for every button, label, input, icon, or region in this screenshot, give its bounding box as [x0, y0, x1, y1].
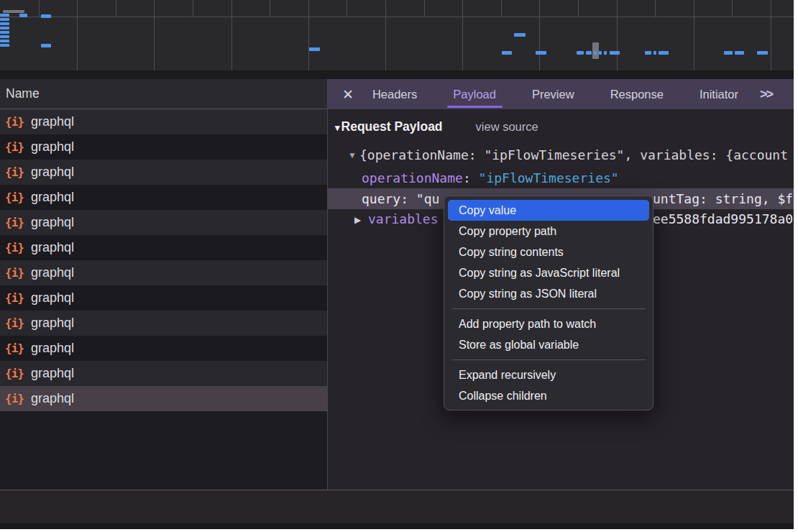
- menu-item-expand-recursively[interactable]: Expand recursively: [448, 364, 649, 385]
- overview-gridline: [116, 0, 116, 17]
- overview-request-bar: [514, 33, 526, 37]
- overview-gridline: [732, 0, 733, 17]
- overview-gridline: [578, 0, 579, 17]
- request-payload-section-header[interactable]: ▾Request Payloadview source: [335, 119, 538, 134]
- overview-label-bar: [3, 10, 24, 13]
- property-value: "ipFlowTimeseries": [479, 170, 619, 185]
- overview-request-bar: [577, 51, 584, 55]
- overview-request-bar: [41, 44, 51, 47]
- request-row[interactable]: {i}graphql: [0, 185, 327, 210]
- payload-row-operationName[interactable]: operationName: "ipFlowTimeseries": [362, 168, 619, 188]
- tab-response[interactable]: Response: [610, 79, 664, 109]
- footer-area: [0, 490, 794, 523]
- overview-gridline: [231, 0, 232, 70]
- overview-ruler-line: [0, 17, 794, 17]
- request-row[interactable]: {i}graphql: [0, 160, 327, 185]
- menu-item-store-as-global-variable[interactable]: Store as global variable: [448, 334, 649, 355]
- request-row[interactable]: {i}graphql: [0, 285, 327, 311]
- property-key: operationName: [362, 170, 463, 185]
- tab-list: HeadersPayloadPreviewResponseInitiator: [372, 79, 738, 109]
- menu-item-copy-value[interactable]: Copy value: [448, 200, 649, 221]
- collapse-triangle-icon[interactable]: ▾: [335, 122, 340, 133]
- overview-request-bar: [309, 47, 320, 51]
- overflow-tabs-icon[interactable]: >>: [760, 87, 772, 102]
- overview-gridline: [193, 0, 193, 17]
- name-column-header[interactable]: Name: [0, 79, 327, 109]
- expand-triangle-icon[interactable]: ▶: [354, 210, 361, 230]
- overview-request-bar: [0, 40, 9, 42]
- overview-request-bar: [502, 51, 512, 55]
- tab-headers[interactable]: Headers: [372, 79, 417, 109]
- request-name: graphql: [31, 139, 74, 155]
- request-row[interactable]: {i}graphql: [0, 311, 327, 336]
- menu-item-copy-string-as-json-literal[interactable]: Copy string as JSON literal: [448, 283, 649, 304]
- overview-gridline: [77, 0, 78, 70]
- expand-triangle-icon[interactable]: ▼: [348, 150, 357, 160]
- json-braces-icon: {i}: [5, 367, 24, 380]
- request-name: graphql: [31, 391, 74, 406]
- request-list-panel: Name {i}graphql{i}graphql{i}graphql{i}gr…: [0, 79, 327, 490]
- request-row[interactable]: {i}graphql: [0, 386, 327, 411]
- overview-request-bar: [724, 51, 733, 55]
- json-braces-icon: {i}: [5, 266, 24, 280]
- request-name: graphql: [31, 290, 74, 306]
- menu-separator: [451, 359, 646, 360]
- request-name: graphql: [31, 190, 74, 205]
- request-row[interactable]: {i}graphql: [0, 336, 327, 361]
- menu-separator: [451, 308, 646, 309]
- json-braces-icon: {i}: [5, 241, 24, 254]
- menu-item-copy-string-contents[interactable]: Copy string contents: [448, 242, 649, 262]
- overview-gridline: [771, 0, 771, 70]
- overview-request-bar: [536, 51, 546, 55]
- overview-request-bar: [0, 18, 9, 21]
- request-row[interactable]: {i}graphql: [0, 361, 327, 386]
- tab-initiator[interactable]: Initiator: [700, 79, 738, 109]
- tab-preview[interactable]: Preview: [532, 79, 574, 109]
- request-row[interactable]: {i}graphql: [0, 260, 327, 285]
- overview-request-bar: [0, 31, 9, 34]
- menu-item-copy-property-path[interactable]: Copy property path: [448, 221, 649, 242]
- request-name: graphql: [31, 165, 74, 180]
- request-rows: {i}graphql{i}graphql{i}graphql{i}graphql…: [0, 109, 327, 411]
- overview-gridline: [501, 0, 502, 17]
- request-name: graphql: [31, 265, 74, 280]
- request-row[interactable]: {i}graphql: [0, 235, 327, 260]
- overview-gridline: [308, 0, 309, 70]
- overview-request-bar: [757, 51, 768, 55]
- property-key: variables: [368, 209, 439, 229]
- overview-request-bar: [604, 51, 607, 55]
- overview-gridline: [385, 0, 386, 70]
- json-braces-icon: {i}: [5, 392, 24, 405]
- overview-request-bar: [599, 51, 602, 55]
- key-separator: :: [463, 170, 479, 185]
- overview-gridline: [617, 0, 618, 70]
- request-row[interactable]: {i}graphql: [0, 210, 327, 235]
- overview-request-bar: [610, 51, 620, 55]
- overview-gridline: [39, 0, 40, 17]
- menu-item-copy-string-as-javascript-literal[interactable]: Copy string as JavaScript literal: [448, 262, 649, 283]
- overview-request-bar: [653, 51, 656, 55]
- request-name: graphql: [31, 341, 74, 356]
- overview-request-bar: [735, 51, 744, 55]
- overview-gridline: [154, 0, 155, 70]
- overview-request-bar: [659, 51, 669, 55]
- view-source-link[interactable]: view source: [476, 120, 538, 133]
- tab-payload[interactable]: Payload: [453, 79, 496, 109]
- overview-gridline: [462, 0, 463, 70]
- request-name: graphql: [31, 215, 74, 230]
- close-icon[interactable]: ✕: [342, 86, 354, 103]
- overview-request-bar: [19, 14, 27, 17]
- overview-gridline: [270, 0, 270, 17]
- request-row[interactable]: {i}graphql: [0, 109, 327, 134]
- json-braces-icon: {i}: [5, 115, 24, 129]
- network-overview-strip[interactable]: [0, 0, 794, 70]
- menu-item-collapse-children[interactable]: Collapse children: [448, 385, 649, 406]
- overview-gridline: [539, 0, 540, 70]
- json-braces-icon: {i}: [5, 216, 24, 229]
- request-row[interactable]: {i}graphql: [0, 134, 327, 160]
- menu-item-add-property-path-to-watch[interactable]: Add property path to watch: [448, 313, 649, 334]
- section-title: Request Payload: [341, 119, 443, 134]
- overview-gridline: [347, 0, 347, 17]
- overview-request-bar: [645, 51, 651, 55]
- payload-object-preview[interactable]: {operationName: "ipFlowTimeseries", vari…: [359, 147, 794, 164]
